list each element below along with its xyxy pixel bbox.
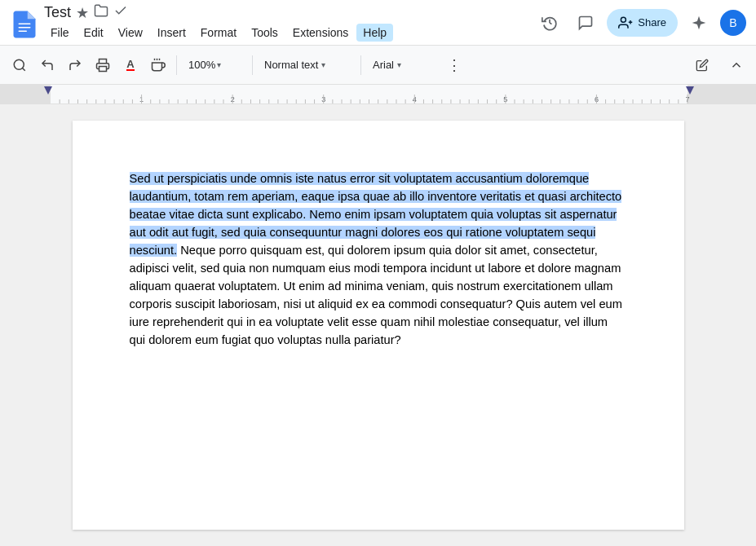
document-page: Sed ut perspiciatis unde omnis iste natu…	[73, 121, 684, 530]
menu-edit[interactable]: Edit	[77, 24, 110, 42]
toolbar-divider-3	[360, 55, 361, 75]
title-bar: Test ★ File Edit View Insert Format Tool…	[0, 0, 756, 46]
svg-point-5	[621, 17, 626, 22]
spellcheck-button[interactable]: A	[117, 52, 144, 78]
title-section: Test ★ File Edit View Insert Format Tool…	[44, 3, 535, 42]
comments-button[interactable]	[571, 8, 600, 37]
edit-mode-button[interactable]	[687, 55, 720, 75]
share-button[interactable]: Share	[607, 9, 678, 37]
toolbar: A 100% ▾ Normal text ▾ Arial ▾ ⋮	[0, 46, 756, 85]
ruler	[0, 85, 756, 104]
svg-point-8	[14, 59, 24, 69]
share-label: Share	[638, 16, 666, 29]
docs-logo	[10, 10, 36, 36]
svg-rect-0	[19, 23, 31, 24]
search-button[interactable]	[7, 52, 33, 78]
svg-rect-10	[99, 66, 107, 71]
zoom-value: 100%	[188, 59, 215, 71]
menu-file[interactable]: File	[44, 24, 76, 42]
svg-rect-1	[19, 27, 31, 29]
menu-bar: File Edit View Insert Format Tools Exten…	[44, 24, 535, 42]
menu-extensions[interactable]: Extensions	[286, 24, 355, 42]
gemini-button[interactable]	[684, 8, 714, 37]
toolbar-more-button[interactable]: ⋮	[441, 52, 467, 78]
zoom-selector[interactable]: 100% ▾	[182, 55, 247, 74]
toolbar-divider-1	[176, 55, 177, 75]
title-bar-right: Share B	[535, 8, 746, 37]
toolbar-right	[687, 52, 749, 78]
document-area[interactable]: Sed ut perspiciatis unde omnis iste natu…	[0, 104, 756, 546]
paragraph-style-selector[interactable]: Normal text ▾	[258, 55, 356, 74]
font-selector[interactable]: Arial ▾	[366, 55, 440, 74]
folder-icon[interactable]	[94, 3, 108, 22]
paint-format-button[interactable]	[145, 52, 171, 78]
user-avatar[interactable]: B	[720, 10, 746, 36]
font-value: Arial	[373, 59, 394, 71]
style-chevron-icon: ▾	[321, 60, 325, 69]
undo-button[interactable]	[34, 52, 60, 78]
font-chevron-icon: ▾	[397, 60, 401, 69]
ruler-canvas	[0, 85, 756, 104]
menu-tools[interactable]: Tools	[245, 24, 285, 42]
doc-title[interactable]: Test	[44, 4, 71, 21]
collapse-toolbar-button[interactable]	[723, 52, 749, 78]
zoom-chevron-icon: ▾	[217, 60, 221, 69]
redo-button[interactable]	[62, 52, 88, 78]
toolbar-divider-2	[252, 55, 253, 75]
paragraph-style-value: Normal text	[264, 59, 318, 71]
title-row: Test ★	[44, 3, 535, 22]
svg-rect-2	[19, 30, 28, 32]
svg-line-4	[550, 23, 552, 24]
print-button[interactable]	[90, 52, 116, 78]
star-icon[interactable]: ★	[76, 4, 89, 22]
menu-insert[interactable]: Insert	[151, 24, 192, 42]
selected-text: Sed ut perspiciatis unde omnis iste natu…	[130, 172, 622, 257]
menu-help[interactable]: Help	[356, 24, 393, 42]
svg-line-9	[22, 68, 24, 70]
menu-view[interactable]: View	[112, 24, 149, 42]
document-body[interactable]: Sed ut perspiciatis unde omnis iste natu…	[130, 170, 627, 349]
cloud-saved-icon[interactable]	[113, 3, 128, 22]
history-button[interactable]	[535, 8, 564, 37]
menu-format[interactable]: Format	[194, 24, 243, 42]
